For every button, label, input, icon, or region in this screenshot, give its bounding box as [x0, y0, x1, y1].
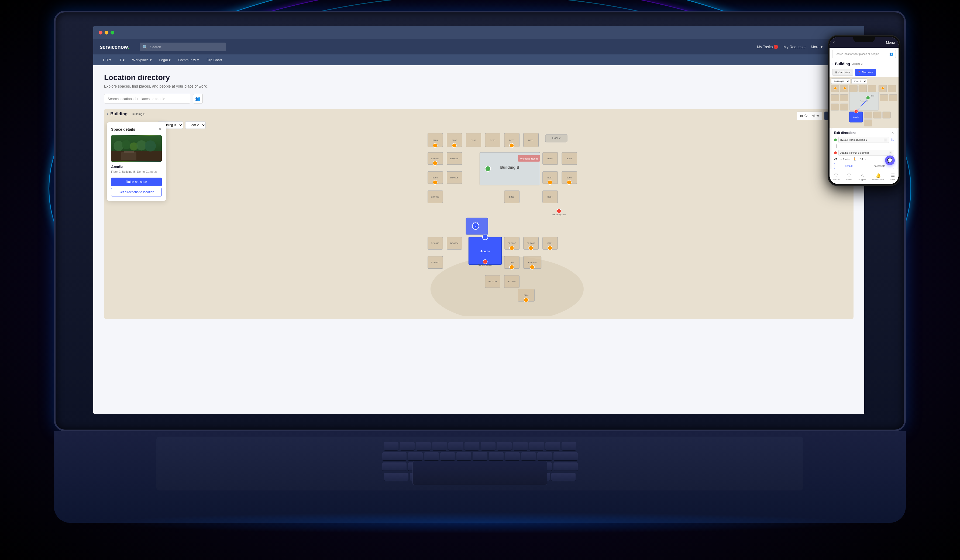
key-bracket-l[interactable]: [546, 442, 560, 451]
start-dot: [834, 139, 837, 141]
close-dot[interactable]: [99, 31, 102, 35]
location-search-input[interactable]: [104, 94, 190, 104]
phone-card-icon: ⊞: [835, 71, 837, 74]
key-g[interactable]: [473, 452, 487, 461]
key-y[interactable]: [464, 442, 479, 451]
key-p[interactable]: [529, 442, 544, 451]
maximize-dot[interactable]: [110, 31, 114, 35]
distance-stat: 34 m: [860, 158, 866, 161]
support-icon: △: [861, 173, 864, 178]
key-shift-r[interactable]: [554, 463, 578, 471]
nav-legal[interactable]: Legal ▾: [156, 56, 174, 64]
svg-text:Acadia: Acadia: [480, 250, 490, 253]
nav-org-chart[interactable]: Org Chart: [203, 56, 225, 64]
phone-nav-notifications[interactable]: 🔔 Notifications: [872, 173, 884, 181]
phone-nav-more[interactable]: ☰ More: [890, 173, 895, 181]
swap-button[interactable]: ⇅: [891, 138, 894, 142]
search-bar[interactable]: 🔍 Search: [140, 43, 226, 51]
exit-directions-from: B219, Floor 2, Building B × ⇅: [834, 137, 894, 143]
svg-rect-111: [890, 94, 898, 101]
touchpad[interactable]: [413, 461, 547, 485]
svg-point-66: [509, 246, 514, 250]
key-e[interactable]: [416, 442, 431, 451]
svg-text:B2.0060: B2.0060: [431, 261, 439, 263]
phone-map-view-tab[interactable]: 📍 Map view: [855, 69, 876, 76]
get-directions-button[interactable]: Get directions to location: [111, 188, 162, 196]
key-k[interactable]: [521, 452, 536, 461]
key-s[interactable]: [424, 452, 439, 461]
nav-community[interactable]: Community ▾: [175, 56, 202, 64]
main-content: Location directory Explore spaces, find …: [93, 65, 864, 414]
key-caps[interactable]: [382, 452, 406, 461]
phone-map-svg: Building B Acadia ● B219: [829, 77, 899, 128]
raise-issue-button[interactable]: Raise an issue: [111, 178, 162, 186]
nav-hr[interactable]: HR ▾: [100, 56, 114, 64]
org-chart-button[interactable]: 👥: [193, 94, 203, 104]
to-tag: ×: [888, 152, 892, 155]
svg-point-122: [834, 87, 837, 90]
key-o[interactable]: [513, 442, 528, 451]
key-w[interactable]: [400, 442, 414, 451]
phone-card-view-tab[interactable]: ⊞ Card view: [832, 69, 853, 76]
phone-nav-health[interactable]: ♡ Health: [846, 173, 852, 181]
my-tasks-nav[interactable]: My Tasks 1: [757, 45, 778, 49]
svg-rect-110: [880, 94, 888, 101]
phone-org-chart-icon[interactable]: 👥: [890, 52, 893, 56]
svg-text:B219: B219: [871, 95, 875, 97]
close-exit-directions[interactable]: ✕: [891, 131, 894, 135]
svg-rect-7: [121, 152, 136, 160]
key-i[interactable]: [497, 442, 512, 451]
svg-text:B206: B206: [471, 139, 476, 142]
space-image-inner: [111, 135, 162, 162]
default-mode-button[interactable]: Default: [834, 163, 863, 169]
phone-building-header: ‹ Building Building B: [829, 60, 899, 68]
clock-icon: ⏱: [834, 157, 837, 161]
phone-nav-support[interactable]: △ Support: [858, 173, 866, 181]
to-input[interactable]: Acadia, Floor 2, Building B ×: [838, 150, 894, 156]
key-enter[interactable]: [554, 452, 578, 461]
laptop: servicenow. 🔍 Search My Tasks 1 My Reque…: [54, 11, 906, 523]
svg-rect-113: [840, 104, 848, 110]
key-r[interactable]: [432, 442, 447, 451]
key-t[interactable]: [448, 442, 463, 451]
phone-nav-for-me[interactable]: ♡ For Me: [833, 173, 840, 181]
nav-workplace[interactable]: Workplace ▾: [129, 56, 155, 64]
key-l[interactable]: [537, 452, 552, 461]
key-u[interactable]: [481, 442, 496, 451]
phone-search-bar[interactable]: Search locations for places or people 👥: [832, 50, 896, 58]
my-requests-nav[interactable]: My Requests: [783, 45, 806, 49]
phone-floor-selector[interactable]: Floor 2: [851, 78, 867, 84]
card-view-button[interactable]: ⊞ Card view: [797, 112, 822, 120]
key-d[interactable]: [440, 452, 455, 461]
back-arrow[interactable]: ‹: [107, 112, 108, 116]
chat-bubble[interactable]: 💬: [885, 155, 895, 165]
building-badge: Building B: [130, 112, 147, 116]
key-q[interactable]: [384, 442, 398, 451]
phone-back-button[interactable]: ‹: [833, 40, 835, 45]
floor-selector[interactable]: Floor 2: [185, 121, 206, 129]
svg-point-13: [433, 144, 437, 148]
phone-menu-label: Menu: [886, 40, 895, 45]
phone-building-selector[interactable]: Building B: [831, 78, 850, 84]
close-details-button[interactable]: ✕: [158, 127, 162, 132]
key-a[interactable]: [408, 452, 423, 461]
location-search-bar: 👥: [104, 94, 853, 104]
exit-directions-panel: Exit directions ✕ B219, Floor 2, Buildin…: [831, 128, 897, 172]
from-input[interactable]: B219, Floor 2, Building B ×: [838, 137, 889, 143]
svg-point-57: [567, 180, 571, 185]
phone-notch: [853, 36, 875, 42]
key-f[interactable]: [456, 452, 471, 461]
nav-it[interactable]: IT ▾: [115, 56, 128, 64]
space-location: Floor 2, Building B, Demo Campus: [111, 170, 162, 173]
svg-text:B201: B201: [528, 139, 533, 142]
key-ctrl-r[interactable]: [551, 473, 576, 481]
minimize-dot[interactable]: [105, 31, 108, 35]
more-nav[interactable]: More ▾: [811, 45, 822, 49]
phone-back-arrow[interactable]: ‹: [832, 62, 833, 66]
key-ctrl-l[interactable]: [384, 473, 408, 481]
key-j[interactable]: [505, 452, 520, 461]
key-h[interactable]: [489, 452, 504, 461]
key-bracket-r[interactable]: [562, 442, 576, 451]
key-shift-l[interactable]: [382, 463, 406, 471]
floor-plan: B209 B207 B206 B205 B203: [169, 131, 851, 316]
